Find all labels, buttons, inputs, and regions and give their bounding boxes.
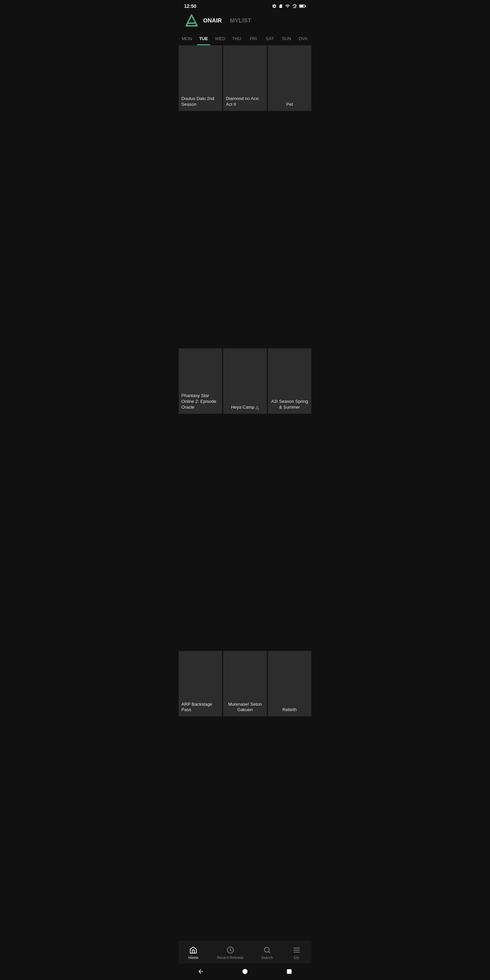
bottom-nav: Home Recent Release Search Etc: [179, 941, 311, 964]
svg-point-11: [264, 947, 269, 952]
tab-onair[interactable]: ONAIR: [203, 18, 222, 25]
android-recent-icon: [286, 969, 292, 975]
svg-rect-1: [294, 6, 295, 8]
day-tab-thu[interactable]: THU: [228, 33, 245, 45]
anime-card-5[interactable]: Heya Camp △: [223, 348, 267, 414]
nav-search-label: Search: [261, 956, 273, 959]
svg-rect-0: [293, 8, 294, 8]
day-tab-fri[interactable]: FRI: [245, 33, 262, 45]
svg-rect-13: [287, 969, 292, 974]
nav-home-label: Home: [189, 956, 198, 959]
svg-rect-8: [188, 22, 195, 24]
menu-icon: [293, 946, 301, 954]
anime-card-4[interactable]: Phantasy Star Online 2: Episode Oracle: [179, 348, 222, 414]
svg-rect-3: [296, 5, 297, 8]
anime-title-1: Douluo Dalu 2nd Season: [181, 96, 220, 108]
nav-etc[interactable]: Etc: [286, 945, 307, 961]
android-nav-bar: [179, 964, 311, 980]
svg-point-12: [243, 969, 248, 974]
anime-title-9: Rebirth: [270, 707, 309, 713]
anime-title-3: Pet: [270, 102, 309, 108]
tab-mylist[interactable]: MYLIST: [230, 18, 251, 25]
settings-icon: [272, 4, 277, 8]
anime-title-5: Heya Camp △: [226, 404, 264, 410]
battery-icon: [299, 4, 306, 8]
clock-icon: [226, 946, 234, 954]
android-back[interactable]: [197, 967, 205, 975]
wifi-icon: [285, 4, 290, 8]
anime-card-7[interactable]: ARP Backstage Pass: [179, 651, 222, 716]
nav-recent[interactable]: Recent Release: [213, 945, 247, 961]
anime-title-8: Murenase! Seton Gakuen: [226, 702, 264, 713]
anime-card-1[interactable]: Douluo Dalu 2nd Season: [179, 46, 222, 111]
search-icon: [263, 946, 271, 954]
anime-title-2: Diamond no Ace: Act II: [226, 96, 264, 108]
sdcard-icon: [279, 4, 283, 8]
day-tab-sun[interactable]: SUN: [278, 33, 295, 45]
day-tab-sat[interactable]: SAT: [262, 33, 278, 45]
status-time: 12:50: [184, 3, 196, 9]
nav-search[interactable]: Search: [257, 945, 277, 961]
signal-icon: [292, 4, 297, 8]
android-home[interactable]: [241, 967, 249, 975]
nav-home[interactable]: Home: [183, 945, 204, 961]
anime-card-2[interactable]: Diamond no Ace: Act II: [223, 46, 267, 111]
nav-etc-label: Etc: [294, 956, 299, 959]
anime-card-3[interactable]: Pet: [268, 46, 311, 111]
app-logo: [184, 14, 199, 29]
anime-grid: Douluo Dalu 2nd Season Diamond no Ace: A…: [179, 46, 311, 980]
anime-title-7: ARP Backstage Pass: [181, 702, 220, 713]
app-header: ONAIR MYLIST: [179, 11, 311, 33]
anime-title-4: Phantasy Star Online 2: Episode Oracle: [181, 393, 220, 410]
anime-card-6[interactable]: A3! Season Spring & Summer: [268, 348, 311, 414]
day-tabs: MON TUE WED THU FRI SAT SUN OVA: [179, 33, 311, 46]
svg-rect-6: [305, 5, 306, 7]
day-tab-wed[interactable]: WED: [212, 33, 229, 45]
status-icons: [272, 4, 306, 8]
anime-card-8[interactable]: Murenase! Seton Gakuen: [223, 651, 267, 716]
android-recent[interactable]: [285, 967, 293, 975]
anime-card-9[interactable]: Rebirth: [268, 651, 311, 716]
day-tab-tue[interactable]: TUE: [195, 33, 212, 45]
nav-recent-label: Recent Release: [217, 956, 243, 959]
header-tabs: ONAIR MYLIST: [203, 18, 251, 25]
anime-title-6: A3! Season Spring & Summer: [270, 399, 309, 410]
svg-rect-5: [299, 5, 304, 7]
svg-rect-9: [189, 21, 194, 22]
day-tab-mon[interactable]: MON: [179, 33, 195, 45]
android-home-icon: [242, 968, 248, 975]
status-bar: 12:50: [179, 0, 311, 11]
svg-rect-2: [295, 6, 296, 8]
day-tab-ova[interactable]: OVA: [295, 33, 311, 45]
home-icon: [189, 946, 197, 954]
bottom-wrapper: Home Recent Release Search Etc: [179, 941, 311, 980]
back-icon: [197, 968, 204, 975]
